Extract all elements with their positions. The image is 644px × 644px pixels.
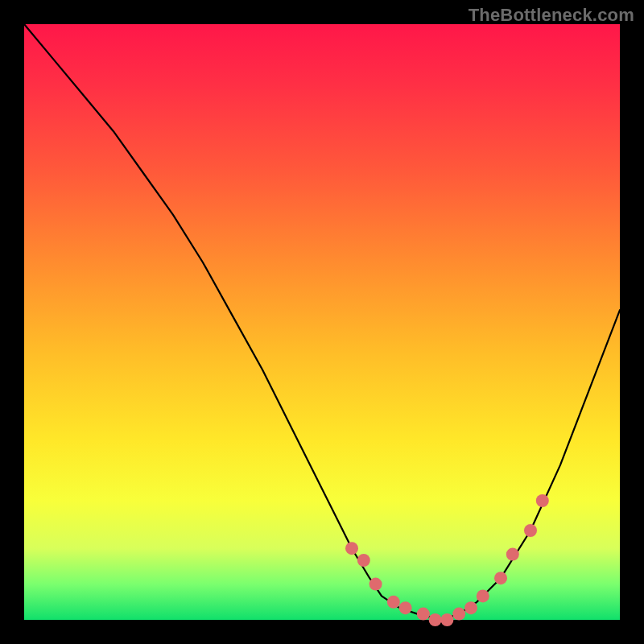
highlight-dot — [440, 613, 453, 626]
highlight-dot — [477, 589, 489, 602]
highlight-dot — [494, 572, 507, 584]
highlight-dot — [357, 554, 370, 567]
highlight-dot — [369, 578, 382, 591]
chart-svg — [24, 24, 620, 620]
plot-area — [24, 24, 620, 620]
watermark-label: TheBottleneck.com — [469, 5, 634, 26]
highlight-dot — [524, 524, 537, 537]
highlight-dot — [345, 542, 358, 555]
highlight-dots — [345, 494, 549, 626]
highlight-dot — [452, 608, 465, 621]
highlight-dot — [464, 601, 477, 614]
chart-frame: TheBottleneck.com — [0, 0, 644, 644]
highlight-dot — [387, 596, 400, 609]
highlight-dot — [429, 613, 442, 626]
highlight-dot — [506, 548, 519, 561]
highlight-dot — [536, 494, 549, 507]
highlight-dot — [417, 608, 430, 621]
highlight-dot — [399, 601, 412, 614]
